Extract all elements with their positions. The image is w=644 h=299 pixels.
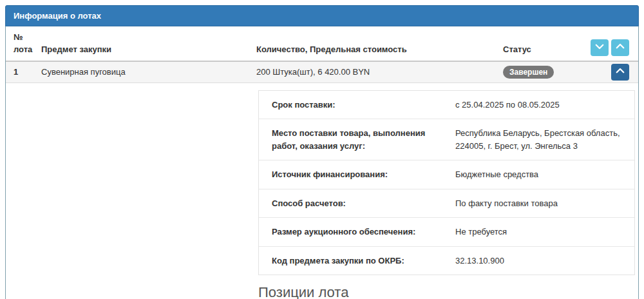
detail-row-funding-source: Источник финансирования: Бюджетные средс… bbox=[259, 160, 634, 189]
lot-subject-cell: Сувенирная пуговица bbox=[41, 67, 256, 77]
status-badge: Завершен bbox=[503, 66, 554, 79]
detail-row-okrb-code: Код предмета закупки по ОКРБ: 32.13.10.9… bbox=[259, 247, 634, 275]
positions-heading: Позиции лота bbox=[258, 284, 635, 299]
header-toggle-buttons bbox=[590, 39, 629, 56]
column-header-lot-number: № лота bbox=[14, 32, 41, 56]
chevron-up-icon bbox=[616, 66, 625, 77]
lot-status-cell: Завершен bbox=[503, 66, 590, 79]
lot-row: 1 Сувенирная пуговица 200 Штука(шт), 6 4… bbox=[6, 62, 638, 83]
panel-title: Информация о лотах bbox=[5, 5, 639, 26]
detail-label: Размер аукционного обеспечения: bbox=[259, 218, 455, 246]
chevron-down-icon bbox=[595, 42, 604, 53]
detail-value: Республика Беларусь, Брестская область, … bbox=[455, 119, 634, 160]
lot-toggle-wrap bbox=[590, 64, 629, 81]
detail-row-payment-method: Способ расчетов: По факту поставки товар… bbox=[259, 189, 634, 218]
detail-label: Срок поставки: bbox=[259, 91, 455, 119]
lot-details-section: Срок поставки: с 25.04.2025 по 08.05.202… bbox=[258, 90, 635, 299]
detail-value: с 25.04.2025 по 08.05.2025 bbox=[455, 91, 634, 119]
detail-row-delivery-place: Место поставки товара, выполнения работ,… bbox=[259, 119, 634, 160]
lot-toggle-button[interactable] bbox=[611, 64, 629, 81]
detail-label: Код предмета закупки по ОКРБ: bbox=[259, 247, 455, 275]
detail-label: Способ расчетов: bbox=[259, 189, 455, 218]
collapse-all-button[interactable] bbox=[591, 39, 609, 56]
lots-table-header: № лота Предмет закупки Количество, Преде… bbox=[6, 26, 638, 62]
detail-value: Не требуется bbox=[455, 218, 634, 246]
detail-label: Источник финансирования: bbox=[259, 160, 455, 189]
column-header-subject: Предмет закупки bbox=[41, 44, 256, 56]
column-header-status: Статус bbox=[503, 44, 590, 56]
detail-value: По факту поставки товара bbox=[455, 189, 634, 218]
detail-row-delivery-period: Срок поставки: с 25.04.2025 по 08.05.202… bbox=[259, 91, 634, 120]
detail-row-auction-security: Размер аукционного обеспечения: Не требу… bbox=[259, 218, 634, 247]
lot-details-table: Срок поставки: с 25.04.2025 по 08.05.202… bbox=[258, 90, 635, 276]
chevron-up-icon bbox=[616, 42, 625, 53]
lot-quantity-cell: 200 Штука(шт), 6 420.00 BYN bbox=[256, 67, 503, 77]
lots-info-panel: Информация о лотах № лота Предмет закупк… bbox=[5, 5, 639, 299]
expand-all-button[interactable] bbox=[611, 39, 629, 56]
column-header-quantity: Количество, Предельная стоимость bbox=[256, 44, 503, 56]
lot-number-cell: 1 bbox=[14, 67, 41, 77]
detail-value: Бюджетные средства bbox=[455, 160, 634, 189]
detail-value: 32.13.10.900 bbox=[455, 247, 634, 275]
detail-label: Место поставки товара, выполнения работ,… bbox=[259, 119, 455, 160]
